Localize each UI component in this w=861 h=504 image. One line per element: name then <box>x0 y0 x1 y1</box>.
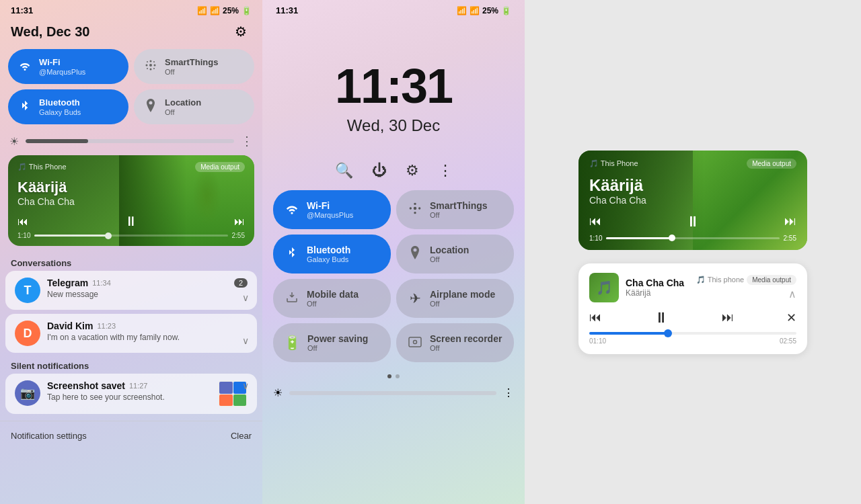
right-time-total: 2:55 <box>784 235 796 242</box>
svg-point-4 <box>146 64 148 66</box>
telegram-expand-icon[interactable]: ∨ <box>242 292 249 303</box>
david-expand-icon[interactable]: ∨ <box>242 335 249 346</box>
right-source: 🎵 This Phone <box>589 159 638 168</box>
tile-location[interactable]: Location Off <box>134 89 254 124</box>
power-icon[interactable]: ⏻ <box>372 162 387 179</box>
tile-wifi-text: Wi-Fi @MarqusPlus <box>39 57 85 76</box>
bluetooth-icon <box>17 99 32 116</box>
search-icon[interactable]: 🔍 <box>335 162 353 179</box>
left-music-player[interactable]: 🎵 This Phone Media output Käärijä Cha Ch… <box>8 155 254 246</box>
exp-progress[interactable] <box>589 332 796 335</box>
right-progress-row: 1:10 2:55 <box>589 235 796 242</box>
more-icon[interactable]: ⋮ <box>438 162 453 179</box>
clear-btn[interactable]: Clear <box>231 427 252 445</box>
center-powersave-title: Power saving <box>307 333 368 344</box>
music-source-row: 🎵 This Phone Media output <box>17 162 245 172</box>
exp-time-total: 02:55 <box>780 337 796 345</box>
right-progress-dot <box>669 235 675 241</box>
center-brightness-bar[interactable] <box>289 391 496 395</box>
svg-point-2 <box>154 64 156 66</box>
exp-times: 01:10 02:55 <box>589 337 796 345</box>
thumb-1 <box>219 382 233 394</box>
right-music-sub: Cha Cha Cha <box>589 195 796 206</box>
prev-button[interactable]: ⏮ <box>17 216 28 228</box>
screenshot-header: Screenshot savet 11:27 <box>47 380 207 391</box>
right-source-row: 🎵 This Phone Media output <box>589 159 796 169</box>
progress-bar[interactable] <box>34 235 227 237</box>
play-pause-button[interactable]: ⏸ <box>124 214 138 229</box>
notification-telegram[interactable]: T Telegram 11:34 2 New message ∨ <box>5 271 257 310</box>
center-tile-mobile[interactable]: Mobile data Off <box>273 279 391 318</box>
center-brightness-more[interactable]: ⋮ <box>503 386 514 399</box>
exp-play-btn[interactable]: ⏸ <box>654 309 669 327</box>
left-date: Wed, Dec 30 <box>11 24 89 40</box>
exp-right-info: 🎵 This phone Media output ∧ <box>696 275 796 300</box>
center-signal-icon: 📶 <box>470 6 480 15</box>
screenshot-content: Screenshot savet 11:27 Tap here to see y… <box>47 380 207 402</box>
music-info: Käärijä Cha Cha Cha <box>17 179 245 207</box>
right-progress-bar[interactable] <box>606 237 779 239</box>
center-tile-wifi[interactable]: Wi-Fi @MarqusPlus <box>273 190 391 229</box>
media-output-badge[interactable]: Media output <box>195 162 245 172</box>
center-wifi-title: Wi-Fi <box>307 200 353 211</box>
exp-close-btn[interactable]: ✕ <box>786 310 796 325</box>
exp-badge[interactable]: Media output <box>747 275 796 285</box>
right-prev-btn[interactable]: ⏮ <box>589 214 601 228</box>
svg-point-7 <box>147 68 148 69</box>
exp-prev-btn[interactable]: ⏮ <box>589 310 601 325</box>
center-bluetooth-title: Bluetooth <box>307 245 350 255</box>
left-status-bar: 11:31 📶 📶 25% 🔋 <box>0 0 262 18</box>
right-panel: 🎵 This Phone Media output Käärijä Cha Ch… <box>525 0 861 504</box>
right-music-card[interactable]: 🎵 This Phone Media output Käärijä Cha Ch… <box>578 151 807 250</box>
david-msg: I'm on a vacation with my family now. <box>47 333 248 342</box>
center-wifi-sub: @MarqusPlus <box>307 211 353 219</box>
center-tile-airplane[interactable]: ✈ Airplane mode Off <box>396 279 514 318</box>
svg-point-3 <box>150 68 152 70</box>
exp-progress-dot <box>664 329 672 337</box>
telegram-msg: New message <box>47 290 248 299</box>
settings-center-icon[interactable]: ⚙ <box>406 162 419 179</box>
center-action-icons: 🔍 ⏻ ⚙ ⋮ <box>335 162 453 179</box>
right-badge[interactable]: Media output <box>747 159 796 169</box>
center-tile-smartthings[interactable]: SmartThings Off <box>396 190 514 229</box>
tile-smartthings-text: SmartThings Off <box>165 57 218 76</box>
exp-chevron-icon[interactable]: ∧ <box>788 288 796 300</box>
center-screenrec-icon <box>407 335 423 351</box>
svg-rect-14 <box>409 337 421 347</box>
time-current: 1:10 <box>17 232 30 239</box>
center-tile-screenrec[interactable]: Screen recorder Off <box>396 323 514 362</box>
screenshot-expand-icon[interactable]: ∨ <box>242 380 249 391</box>
center-smartthings-text: SmartThings Off <box>430 200 488 219</box>
exp-next-btn[interactable]: ⏭ <box>722 310 734 325</box>
right-music-info: Käärijä Cha Cha Cha <box>589 176 796 206</box>
smartthings-sub: Off <box>165 68 218 76</box>
center-bluetooth-icon <box>284 245 300 263</box>
center-tile-powersave[interactable]: 🔋 Power saving Off <box>273 323 391 362</box>
right-progress-fill <box>606 237 672 239</box>
music-subtitle: Cha Cha Cha <box>17 196 245 207</box>
notification-settings-btn[interactable]: Notification settings <box>11 427 87 445</box>
settings-icon[interactable]: ⚙ <box>230 21 252 42</box>
tile-smartthings[interactable]: SmartThings Off <box>134 49 254 84</box>
smartthings-icon <box>143 59 158 75</box>
notification-david[interactable]: D David Kim 11:23 I'm on a vacation with… <box>5 314 257 353</box>
david-time: 11:23 <box>97 322 116 330</box>
notification-screenshot[interactable]: 📷 Screenshot savet 11:27 Tap here to see… <box>5 374 257 414</box>
thumb-3 <box>219 394 233 407</box>
next-button[interactable]: ⏭ <box>234 216 245 228</box>
tile-wifi[interactable]: Wi-Fi @MarqusPlus <box>8 49 128 84</box>
music-buttons: ⏮ ⏸ ⏭ <box>17 214 245 229</box>
center-tile-location[interactable]: Location Off <box>396 235 514 274</box>
brightness-bar[interactable] <box>26 139 234 143</box>
left-time: 11:31 <box>11 5 33 15</box>
right-play-btn[interactable]: ⏸ <box>685 213 700 230</box>
tile-bluetooth[interactable]: Bluetooth Galaxy Buds <box>8 89 128 124</box>
center-tile-bluetooth[interactable]: Bluetooth Galaxy Buds <box>273 235 391 274</box>
wifi-title: Wi-Fi <box>39 57 85 68</box>
right-next-btn[interactable]: ⏭ <box>784 214 796 228</box>
right-music-expanded: 🎵 Cha Cha Cha Käärijä 🎵 This phone Media… <box>578 263 807 354</box>
brightness-more-icon[interactable]: ⋮ <box>241 134 253 149</box>
david-content: David Kim 11:23 I'm on a vacation with m… <box>47 321 248 342</box>
silent-label: Silent notifications <box>0 357 262 374</box>
center-airplane-text: Airplane mode Off <box>430 289 495 308</box>
